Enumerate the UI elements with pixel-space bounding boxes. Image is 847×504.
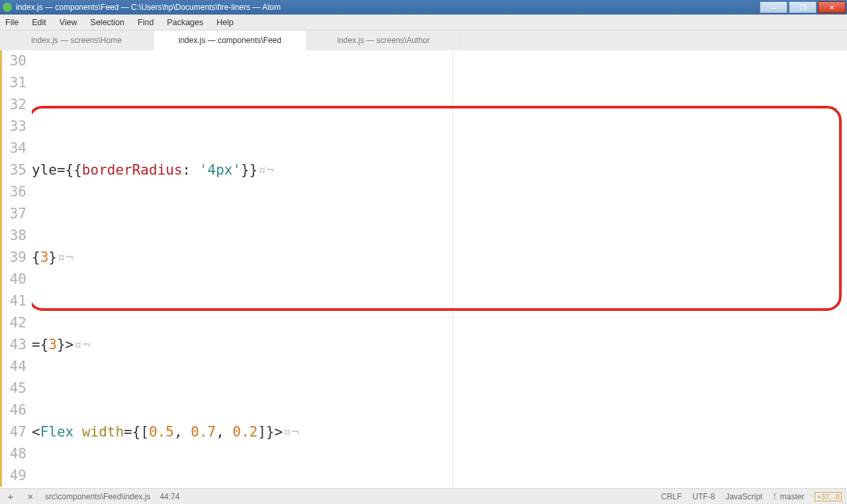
window-titlebar: index.js — components\Feed — C:\Users\hp… [0,0,847,15]
close-pane-button[interactable]: × [25,491,36,502]
menu-help[interactable]: Help [216,18,234,27]
menu-view[interactable]: View [60,18,77,27]
language[interactable]: JavaScript [725,492,762,501]
window-minimize-button[interactable]: — [760,1,787,13]
branch-icon: ᚶ [773,492,778,501]
code-area[interactable]: yle={{borderRadius: '4px'}}¤¬ {3}¤¬ ={3}… [32,50,847,488]
atom-icon [3,3,12,12]
window-controls: — ❐ ✕ [760,1,847,13]
annotation-box [32,106,842,311]
file-path[interactable]: src\components\Feed\index.js [45,492,150,501]
tab-screens-home[interactable]: index.js — screens\Home [0,30,154,50]
code-line[interactable]: ={3}>¤¬ [32,334,847,356]
line-ending[interactable]: CRLF [661,492,682,501]
new-pane-button[interactable]: + [5,491,16,502]
tab-components-feed[interactable]: index.js — components\Feed [154,30,307,50]
tab-label: index.js — components\Feed [179,36,281,45]
window-title: index.js — components\Feed — C:\Users\hp… [16,3,281,12]
menu-selection[interactable]: Selection [91,18,124,27]
code-line[interactable]: <Flex width={[0.5, 0.7, 0.2]}>¤¬ [32,421,847,443]
tab-label: index.js — screens\Home [31,36,122,45]
git-diff-stats[interactable]: +37, -8 [815,492,842,501]
gutter: 3031323334353637383940414243444546474849 [0,50,32,488]
git-branch[interactable]: ᚶ master [773,492,804,501]
window-maximize-button[interactable]: ❐ [789,1,817,13]
editor-pane[interactable]: 3031323334353637383940414243444546474849… [0,50,847,488]
code-line[interactable]: {3}¤¬ [32,247,847,269]
menu-file[interactable]: File [5,18,19,27]
encoding[interactable]: UTF-8 [692,492,715,501]
code-line[interactable]: yle={{borderRadius: '4px'}}¤¬ [32,159,847,181]
menu-edit[interactable]: Edit [32,18,46,27]
status-bar: + × src\components\Feed\index.js 44:74 C… [0,488,847,504]
tab-label: index.js — screens\Author [337,36,429,45]
menu-packages[interactable]: Packages [167,18,203,27]
menu-find[interactable]: Find [138,18,154,27]
tab-bar: index.js — screens\Home index.js — compo… [0,30,847,50]
window-close-button[interactable]: ✕ [818,1,846,13]
tab-screens-author[interactable]: index.js — screens\Author [307,30,461,50]
cursor-position[interactable]: 44:74 [159,492,179,501]
menu-bar: File Edit View Selection Find Packages H… [0,15,847,30]
